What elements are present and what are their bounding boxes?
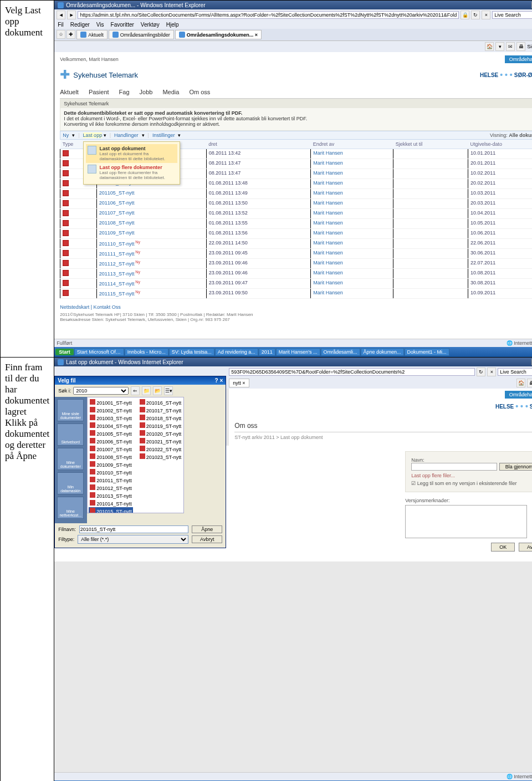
file-item[interactable]: 201018_ST-nytt bbox=[139, 414, 183, 422]
url-input[interactable]: https://admin.st.fpl.nhn.no/SiteCollecti… bbox=[78, 11, 459, 19]
nav-item[interactable]: Pasient bbox=[89, 89, 109, 95]
ok-button[interactable]: OK bbox=[491, 543, 515, 552]
refresh-button[interactable]: ↻ bbox=[477, 367, 485, 376]
file-item[interactable]: 201006_ST-nytt bbox=[89, 437, 133, 445]
taskbar-item[interactable]: Åpne dokumen... bbox=[361, 348, 404, 356]
cancel-button[interactable]: Avbryt bbox=[192, 535, 222, 543]
table-row[interactable]: 201109_ST-nytt01.08.2011 13:56Marit Hans… bbox=[60, 229, 532, 239]
new-folder-icon[interactable]: 📂 bbox=[153, 386, 162, 395]
views-icon[interactable]: ☰▾ bbox=[164, 386, 173, 395]
stop-button[interactable]: × bbox=[487, 367, 496, 376]
nav-item[interactable]: Aktuelt bbox=[60, 89, 79, 95]
taskbar-item[interactable]: Ad revidering a... bbox=[215, 348, 258, 356]
file-item[interactable]: 201002_ST-nytt bbox=[89, 406, 133, 414]
file-item[interactable]: 201001_ST-nytt bbox=[89, 399, 133, 406]
file-item[interactable]: 201017_ST-nytt bbox=[139, 406, 183, 414]
file-item[interactable]: 201023_ST-nytt bbox=[139, 453, 183, 461]
file-item[interactable]: 201014_ST-nytt bbox=[89, 499, 133, 507]
table-row[interactable]: 201105_ST-nytt01.08.2011 13:49Marit Hans… bbox=[60, 189, 532, 199]
nav-item[interactable]: Jobb bbox=[140, 89, 153, 95]
table-row[interactable]: 201107_ST-nytt01.08.2011 13:52Marit Hans… bbox=[60, 209, 532, 219]
file-item[interactable]: 201005_ST-nytt bbox=[89, 430, 133, 437]
home-icon[interactable]: 🏠 bbox=[485, 42, 494, 51]
print-icon[interactable]: 🖶 bbox=[516, 42, 525, 51]
menu-item[interactable]: Verktøy bbox=[141, 22, 160, 28]
file-item[interactable]: 201009_ST-nytt bbox=[89, 461, 133, 468]
site-actions-button[interactable]: Områdehandlinger bbox=[505, 55, 532, 63]
sidebar-place[interactable]: Min datamaskin bbox=[57, 472, 84, 494]
file-item[interactable]: 201016_ST-nytt bbox=[139, 399, 183, 406]
browser-tab[interactable]: Områdesamlingsbilder bbox=[109, 30, 174, 39]
menu-item[interactable]: Favoritter bbox=[111, 22, 134, 28]
favorites-icon[interactable]: ☆ bbox=[57, 30, 65, 39]
table-row[interactable]: 201106_ST-nytt01.08.2011 13:50Marit Hans… bbox=[60, 199, 532, 209]
add-version-checkbox[interactable]: ☑ Legg til som en ny versjon i eksistere… bbox=[411, 478, 532, 486]
upload-document-item[interactable]: Last opp dokumentLast opp et dokument fr… bbox=[86, 144, 177, 163]
taskbar-item[interactable]: 2011 bbox=[259, 348, 275, 356]
sidebar-place[interactable]: Skrivebord bbox=[57, 423, 84, 446]
stop-button[interactable]: × bbox=[482, 11, 490, 19]
table-row[interactable]: 201114_ST-nytt Ny23.09.2011 09:47Marit H… bbox=[60, 279, 532, 289]
file-item[interactable]: 201003_ST-nytt bbox=[89, 414, 133, 422]
tab-close[interactable]: nytt × bbox=[229, 379, 249, 387]
sidebar-place[interactable]: Mine nettverksst... bbox=[57, 497, 84, 519]
taskbar-item[interactable]: Innboks - Micro... bbox=[125, 348, 168, 356]
view-selector[interactable]: Alle dokumenter bbox=[509, 132, 532, 138]
open-button[interactable]: Åpne bbox=[192, 525, 222, 533]
start-button[interactable]: Start bbox=[55, 349, 74, 355]
table-row[interactable]: 201112_ST-nytt Ny23.09.2011 09:46Marit H… bbox=[60, 259, 532, 269]
mail-icon[interactable]: ✉ bbox=[506, 42, 515, 51]
file-item[interactable]: 201020_ST-nytt bbox=[139, 430, 183, 437]
table-row[interactable]: 201113_ST-nytt Ny23.09.2011 09:46Marit H… bbox=[60, 269, 532, 279]
add-favorite-icon[interactable]: ✚ bbox=[66, 30, 75, 39]
new-menu[interactable]: Ny bbox=[63, 132, 69, 138]
menu-item[interactable]: Rediger bbox=[70, 22, 90, 28]
browse-button[interactable]: Bla gjennom... bbox=[499, 463, 532, 471]
nav-item[interactable]: Fag bbox=[119, 89, 130, 95]
menu-item[interactable]: Hjelp bbox=[166, 22, 179, 28]
table-row[interactable]: 201108_ST-nytt01.08.2011 13:55Marit Hans… bbox=[60, 219, 532, 229]
file-item[interactable]: 201008_ST-nytt bbox=[89, 453, 133, 461]
sidebar-place[interactable]: Mine dokumenter bbox=[57, 448, 84, 470]
forward-button[interactable]: ► bbox=[67, 11, 76, 19]
upload-menu[interactable]: Last opp bbox=[83, 132, 103, 138]
feed-icon[interactable]: ▾ bbox=[495, 42, 504, 51]
actions-menu[interactable]: Handlinger bbox=[114, 132, 139, 138]
back-button[interactable]: ◄ bbox=[57, 11, 65, 19]
search-box[interactable]: Live Search bbox=[492, 11, 532, 19]
site-actions-button-2[interactable]: Områdehandlinger bbox=[505, 391, 532, 399]
filename-input[interactable] bbox=[79, 525, 188, 533]
sidebar-place[interactable]: Mine siste dokumenter bbox=[57, 399, 84, 421]
file-item[interactable]: 201011_ST-nytt bbox=[89, 476, 133, 484]
upload-name-input[interactable] bbox=[411, 463, 497, 471]
file-item[interactable]: 201019_ST-nytt bbox=[139, 422, 183, 430]
file-item[interactable]: 201021_ST-nytt bbox=[139, 437, 183, 445]
browser-tab[interactable]: Områdesamlingsdokumen... × bbox=[175, 30, 262, 39]
file-item[interactable]: 201012_ST-nytt bbox=[89, 484, 133, 492]
file-item[interactable]: 201015_ST-nytt bbox=[89, 507, 133, 513]
footer-links[interactable]: Nettstedskart | Kontakt Oss bbox=[60, 299, 532, 312]
taskbar-item[interactable]: Områdesamli... bbox=[321, 348, 360, 356]
url-input-2[interactable]: 593F0%2D65D6356409SE%7D&RootFolder=%2fSi… bbox=[229, 368, 475, 376]
file-item[interactable]: 201013_ST-nytt bbox=[89, 492, 133, 499]
nav-omoss[interactable]: Om oss bbox=[234, 411, 532, 430]
folder-select[interactable]: 2010 bbox=[73, 387, 129, 395]
table-row[interactable]: 201111_ST-nytt Ny23.09.2011 09:45Marit H… bbox=[60, 249, 532, 259]
settings-menu[interactable]: Instillinger bbox=[152, 132, 175, 138]
taskbar-item[interactable]: SV: Lydia testsa... bbox=[169, 348, 214, 356]
menu-item[interactable]: Fil bbox=[58, 22, 64, 28]
upload-multiple-item[interactable]: Last opp flere dokumenterLast opp flere … bbox=[86, 163, 177, 182]
file-item[interactable]: 201022_ST-nytt bbox=[139, 445, 183, 453]
table-row[interactable]: 201115_ST-nytt Ny23.09.2011 09:50Marit H… bbox=[60, 289, 532, 299]
file-item[interactable]: 201004_ST-nytt bbox=[89, 422, 133, 430]
up-icon[interactable]: 📁 bbox=[142, 386, 151, 395]
taskbar-item[interactable]: Dokument1 - Mi... bbox=[405, 348, 449, 356]
filetype-select[interactable]: Alle filer (*.*) bbox=[78, 535, 188, 544]
search-box-2[interactable]: Live Search bbox=[498, 368, 532, 376]
back-icon[interactable]: ⇐ bbox=[131, 386, 140, 395]
nav-item[interactable]: Om oss bbox=[189, 89, 210, 95]
file-item[interactable]: 201010_ST-nytt bbox=[89, 468, 133, 476]
taskbar-item[interactable]: Start Microsoft Office ... bbox=[74, 348, 124, 356]
upload-multiple-link[interactable]: Last opp flere filer... bbox=[411, 471, 532, 478]
nav-item[interactable]: Media bbox=[162, 89, 179, 95]
